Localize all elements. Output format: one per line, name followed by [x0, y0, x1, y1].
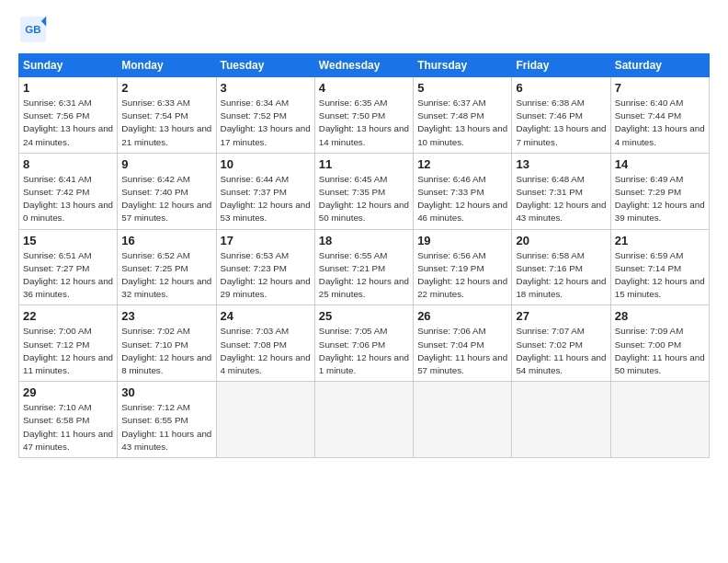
daylight-text: Daylight: 12 hours and 8 minutes. — [121, 352, 211, 375]
day-info: Sunrise: 6:56 AM Sunset: 7:19 PM Dayligh… — [417, 249, 507, 302]
day-info: Sunrise: 6:49 AM Sunset: 7:29 PM Dayligh… — [615, 173, 705, 225]
day-number: 30 — [121, 385, 211, 399]
weekday-header-wednesday: Wednesday — [314, 54, 413, 77]
day-number: 6 — [516, 81, 606, 95]
daylight-text: Daylight: 12 hours and 53 minutes. — [221, 200, 311, 223]
day-info: Sunrise: 6:31 AM Sunset: 7:56 PM Dayligh… — [23, 97, 113, 149]
daylight-text: Daylight: 11 hours and 54 minutes. — [516, 352, 606, 375]
daylight-text: Daylight: 12 hours and 29 minutes. — [221, 276, 311, 299]
daylight-text: Daylight: 12 hours and 11 minutes. — [23, 352, 113, 375]
day-number: 29 — [23, 385, 113, 399]
daylight-text: Daylight: 12 hours and 18 minutes. — [516, 276, 606, 299]
day-number: 20 — [516, 234, 606, 247]
sunrise-text: Sunrise: 6:38 AM — [516, 98, 585, 108]
day-info: Sunrise: 6:59 AM Sunset: 7:14 PM Dayligh… — [615, 249, 705, 302]
daylight-text: Daylight: 13 hours and 17 minutes. — [221, 123, 311, 146]
sunrise-text: Sunrise: 7:03 AM — [221, 326, 290, 336]
sunset-text: Sunset: 7:14 PM — [615, 263, 681, 273]
day-info: Sunrise: 6:44 AM Sunset: 7:37 PM Dayligh… — [221, 173, 311, 225]
daylight-text: Daylight: 11 hours and 50 minutes. — [615, 352, 705, 375]
sunrise-text: Sunrise: 6:40 AM — [615, 98, 684, 108]
day-cell: 2 Sunrise: 6:33 AM Sunset: 7:54 PM Dayli… — [118, 77, 216, 154]
day-number: 9 — [121, 157, 211, 171]
day-cell: 7 Sunrise: 6:40 AM Sunset: 7:44 PM Dayli… — [610, 77, 709, 154]
sunset-text: Sunset: 7:48 PM — [417, 110, 483, 121]
day-cell: 22 Sunrise: 7:00 AM Sunset: 7:12 PM Dayl… — [19, 305, 118, 382]
sunrise-text: Sunrise: 6:34 AM — [221, 98, 290, 108]
sunrise-text: Sunrise: 6:33 AM — [121, 98, 190, 108]
day-number: 27 — [516, 309, 606, 323]
day-info: Sunrise: 7:07 AM Sunset: 7:02 PM Dayligh… — [516, 325, 606, 377]
day-cell — [414, 382, 512, 458]
daylight-text: Daylight: 12 hours and 46 minutes. — [417, 200, 507, 223]
day-info: Sunrise: 7:05 AM Sunset: 7:06 PM Dayligh… — [319, 325, 409, 377]
day-cell — [314, 382, 413, 458]
day-number: 18 — [319, 234, 409, 247]
week-row-2: 8 Sunrise: 6:41 AM Sunset: 7:42 PM Dayli… — [19, 153, 710, 229]
daylight-text: Daylight: 12 hours and 36 minutes. — [23, 276, 113, 299]
sunrise-text: Sunrise: 6:58 AM — [516, 250, 585, 260]
day-info: Sunrise: 7:02 AM Sunset: 7:10 PM Dayligh… — [121, 325, 211, 377]
sunrise-text: Sunrise: 6:42 AM — [121, 174, 190, 184]
sunrise-text: Sunrise: 7:10 AM — [23, 402, 92, 412]
daylight-text: Daylight: 11 hours and 47 minutes. — [23, 429, 113, 452]
day-info: Sunrise: 7:06 AM Sunset: 7:04 PM Dayligh… — [417, 325, 507, 377]
weekday-header-sunday: Sunday — [19, 54, 118, 77]
day-number: 10 — [221, 157, 311, 171]
day-cell: 3 Sunrise: 6:34 AM Sunset: 7:52 PM Dayli… — [216, 77, 314, 154]
sunrise-text: Sunrise: 7:07 AM — [516, 326, 585, 336]
day-number: 22 — [23, 309, 113, 323]
day-number: 1 — [23, 81, 113, 95]
daylight-text: Daylight: 12 hours and 15 minutes. — [615, 276, 705, 299]
day-info: Sunrise: 6:48 AM Sunset: 7:31 PM Dayligh… — [516, 173, 606, 225]
header: GB — [18, 15, 710, 44]
day-cell: 6 Sunrise: 6:38 AM Sunset: 7:46 PM Dayli… — [512, 77, 610, 154]
day-cell: 8 Sunrise: 6:41 AM Sunset: 7:42 PM Dayli… — [19, 153, 118, 229]
day-info: Sunrise: 7:12 AM Sunset: 6:55 PM Dayligh… — [121, 401, 211, 454]
day-number: 11 — [319, 157, 409, 171]
weekday-header-row: SundayMondayTuesdayWednesdayThursdayFrid… — [19, 54, 710, 77]
day-number: 14 — [615, 157, 705, 171]
day-info: Sunrise: 6:35 AM Sunset: 7:50 PM Dayligh… — [319, 97, 409, 149]
daylight-text: Daylight: 11 hours and 43 minutes. — [121, 429, 211, 452]
day-number: 21 — [615, 234, 705, 247]
day-cell: 17 Sunrise: 6:53 AM Sunset: 7:23 PM Dayl… — [216, 229, 314, 305]
sunrise-text: Sunrise: 7:12 AM — [121, 402, 190, 412]
sunrise-text: Sunrise: 6:31 AM — [23, 98, 92, 108]
day-number: 17 — [221, 234, 311, 247]
day-cell: 16 Sunrise: 6:52 AM Sunset: 7:25 PM Dayl… — [118, 229, 216, 305]
sunset-text: Sunset: 7:16 PM — [516, 263, 582, 273]
daylight-text: Daylight: 12 hours and 32 minutes. — [121, 276, 211, 299]
day-cell: 10 Sunrise: 6:44 AM Sunset: 7:37 PM Dayl… — [216, 153, 314, 229]
day-cell: 30 Sunrise: 7:12 AM Sunset: 6:55 PM Dayl… — [118, 382, 216, 458]
sunset-text: Sunset: 7:54 PM — [121, 110, 188, 121]
sunset-text: Sunset: 7:40 PM — [121, 187, 188, 197]
daylight-text: Daylight: 12 hours and 1 minute. — [319, 352, 409, 375]
day-cell: 14 Sunrise: 6:49 AM Sunset: 7:29 PM Dayl… — [610, 153, 709, 229]
daylight-text: Daylight: 11 hours and 57 minutes. — [417, 352, 507, 375]
sunrise-text: Sunrise: 7:05 AM — [319, 326, 388, 336]
day-number: 26 — [417, 309, 507, 323]
day-info: Sunrise: 6:45 AM Sunset: 7:35 PM Dayligh… — [319, 173, 409, 225]
day-cell: 11 Sunrise: 6:45 AM Sunset: 7:35 PM Dayl… — [314, 153, 413, 229]
sunrise-text: Sunrise: 6:41 AM — [23, 174, 92, 184]
day-cell: 28 Sunrise: 7:09 AM Sunset: 7:00 PM Dayl… — [610, 305, 709, 382]
sunrise-text: Sunrise: 6:45 AM — [319, 174, 388, 184]
weekday-header-friday: Friday — [512, 54, 610, 77]
day-info: Sunrise: 6:51 AM Sunset: 7:27 PM Dayligh… — [23, 249, 113, 302]
day-cell: 9 Sunrise: 6:42 AM Sunset: 7:40 PM Dayli… — [118, 153, 216, 229]
day-number: 3 — [221, 81, 311, 95]
day-info: Sunrise: 6:33 AM Sunset: 7:54 PM Dayligh… — [121, 97, 211, 149]
sunrise-text: Sunrise: 6:35 AM — [319, 98, 388, 108]
week-row-4: 22 Sunrise: 7:00 AM Sunset: 7:12 PM Dayl… — [19, 305, 710, 382]
day-info: Sunrise: 6:38 AM Sunset: 7:46 PM Dayligh… — [516, 97, 606, 149]
sunset-text: Sunset: 7:52 PM — [221, 110, 287, 121]
daylight-text: Daylight: 12 hours and 22 minutes. — [417, 276, 507, 299]
sunrise-text: Sunrise: 7:02 AM — [121, 326, 190, 336]
sunset-text: Sunset: 7:23 PM — [221, 263, 287, 273]
day-info: Sunrise: 7:10 AM Sunset: 6:58 PM Dayligh… — [23, 401, 113, 454]
day-number: 25 — [319, 309, 409, 323]
week-row-3: 15 Sunrise: 6:51 AM Sunset: 7:27 PM Dayl… — [19, 229, 710, 305]
sunset-text: Sunset: 6:58 PM — [23, 415, 89, 425]
logo-icon: GB — [18, 15, 48, 44]
